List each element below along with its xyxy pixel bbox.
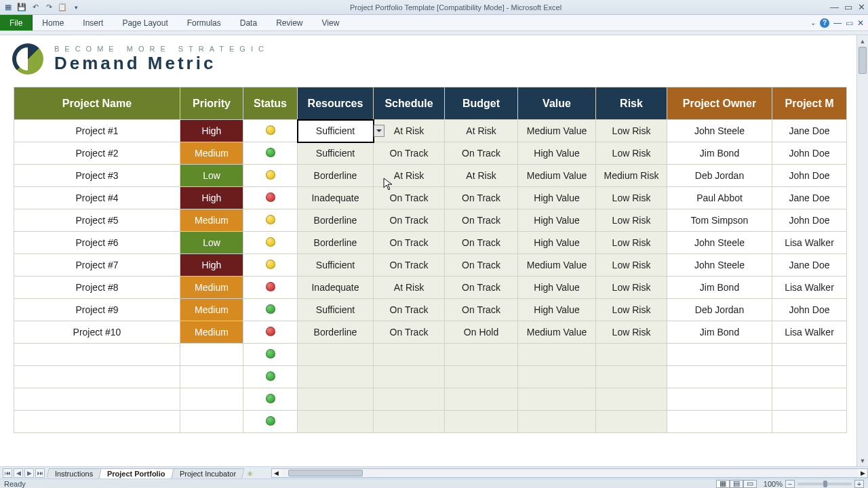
- cell-schedule[interactable]: On Track: [374, 254, 445, 277]
- cell-priority[interactable]: Medium: [180, 142, 243, 165]
- cell-risk[interactable]: Low Risk: [596, 120, 667, 142]
- cell-resources[interactable]: Sufficient: [298, 142, 374, 165]
- cell-status[interactable]: [243, 232, 298, 254]
- scroll-track[interactable]: [857, 47, 868, 455]
- cell-owner[interactable]: John Steele: [667, 120, 772, 142]
- cell-budget[interactable]: On Track: [445, 142, 518, 165]
- cell-risk[interactable]: Medium Risk: [596, 165, 667, 187]
- cell-project-name[interactable]: Project #6: [14, 232, 180, 254]
- new-sheet-icon[interactable]: ✳: [243, 470, 258, 479]
- cell-resources[interactable]: Borderline: [298, 209, 374, 232]
- cell-status[interactable]: [243, 411, 298, 433]
- cell-risk[interactable]: Low Risk: [596, 142, 667, 165]
- cell-empty[interactable]: [772, 366, 847, 388]
- cell-schedule[interactable]: On Track: [374, 299, 445, 321]
- zoom-slider[interactable]: [797, 483, 852, 485]
- cell-manager[interactable]: John Doe: [772, 142, 847, 165]
- minimize-icon[interactable]: —: [830, 2, 839, 12]
- cell-owner[interactable]: Paul Abbot: [667, 187, 772, 209]
- window-restore-icon[interactable]: ▭: [846, 18, 853, 28]
- qat-more-icon[interactable]: ▾: [71, 2, 81, 13]
- window-close-icon[interactable]: ✕: [857, 18, 864, 28]
- col-header-resources[interactable]: Resources: [298, 87, 374, 120]
- cell-risk[interactable]: Low Risk: [596, 232, 667, 254]
- cell-schedule[interactable]: On Track: [374, 142, 445, 165]
- cell-empty[interactable]: [667, 344, 772, 366]
- cell-project-name[interactable]: Project #3: [14, 165, 180, 187]
- cell-priority[interactable]: Medium: [180, 321, 243, 344]
- cell-schedule[interactable]: On Track: [374, 187, 445, 209]
- cell-empty[interactable]: [374, 366, 445, 388]
- save-icon[interactable]: 💾: [16, 2, 27, 13]
- cell-status[interactable]: [243, 142, 298, 165]
- cell-risk[interactable]: Low Risk: [596, 187, 667, 209]
- scroll-down-icon[interactable]: ▼: [857, 455, 868, 466]
- cell-budget[interactable]: On Track: [445, 299, 518, 321]
- hscroll-right-icon[interactable]: ▶: [857, 468, 868, 478]
- cell-empty[interactable]: [374, 388, 445, 411]
- cell-empty[interactable]: [772, 344, 847, 366]
- cell-value[interactable]: High Value: [518, 142, 596, 165]
- cell-resources[interactable]: Sufficient: [298, 120, 374, 142]
- paste-icon[interactable]: 📋: [57, 2, 68, 13]
- cell-value[interactable]: High Value: [518, 209, 596, 232]
- hscroll-left-icon[interactable]: ◀: [271, 468, 282, 478]
- cell-manager[interactable]: John Doe: [772, 165, 847, 187]
- cell-status[interactable]: [243, 209, 298, 232]
- cell-priority[interactable]: Medium: [180, 277, 243, 299]
- cell-priority[interactable]: High: [180, 254, 243, 277]
- close-icon[interactable]: ✕: [858, 2, 865, 12]
- cell-empty[interactable]: [298, 344, 374, 366]
- cell-status[interactable]: [243, 165, 298, 187]
- cell-risk[interactable]: Low Risk: [596, 277, 667, 299]
- cell-empty[interactable]: [667, 388, 772, 411]
- zoom-level[interactable]: 100%: [764, 480, 783, 488]
- cell-empty[interactable]: [667, 411, 772, 433]
- cell-owner[interactable]: Jim Bond: [667, 142, 772, 165]
- cell-owner[interactable]: Jim Bond: [667, 321, 772, 344]
- cell-empty[interactable]: [518, 411, 596, 433]
- cell-manager[interactable]: Jane Doe: [772, 120, 847, 142]
- cell-manager[interactable]: John Doe: [772, 209, 847, 232]
- cell-owner[interactable]: Deb Jordan: [667, 299, 772, 321]
- ribbon-tab-formulas[interactable]: Formulas: [178, 15, 231, 30]
- cell-empty[interactable]: [445, 388, 518, 411]
- cell-risk[interactable]: Low Risk: [596, 321, 667, 344]
- cell-empty[interactable]: [14, 344, 180, 366]
- sheet-tab-incubator[interactable]: Project Incubator: [171, 468, 244, 479]
- cell-schedule[interactable]: At Risk: [374, 165, 445, 187]
- hscroll-track[interactable]: [281, 468, 858, 478]
- cell-empty[interactable]: [14, 411, 180, 433]
- cell-empty[interactable]: [180, 388, 243, 411]
- cell-value[interactable]: Medium Value: [518, 254, 596, 277]
- view-page-break-icon[interactable]: ▭: [743, 480, 757, 488]
- cell-owner[interactable]: John Steele: [667, 232, 772, 254]
- cell-empty[interactable]: [445, 366, 518, 388]
- cell-status[interactable]: [243, 299, 298, 321]
- window-min-icon[interactable]: —: [833, 18, 842, 28]
- cell-status[interactable]: [243, 388, 298, 411]
- sheet-nav-next-icon[interactable]: ▶: [24, 468, 34, 478]
- cell-budget[interactable]: On Track: [445, 277, 518, 299]
- cell-resources[interactable]: Sufficient: [298, 254, 374, 277]
- cell-value[interactable]: Medium Value: [518, 321, 596, 344]
- ribbon-tab-review[interactable]: Review: [267, 15, 312, 30]
- cell-risk[interactable]: Low Risk: [596, 254, 667, 277]
- col-header-mgr[interactable]: Project M: [772, 87, 847, 120]
- sheet-tab-instructions[interactable]: Instructions: [46, 468, 101, 479]
- cell-empty[interactable]: [298, 411, 374, 433]
- cell-resources[interactable]: Inadequate: [298, 277, 374, 299]
- cell-budget[interactable]: On Hold: [445, 321, 518, 344]
- cell-budget[interactable]: On Track: [445, 254, 518, 277]
- sheet-nav-prev-icon[interactable]: ◀: [14, 468, 23, 478]
- undo-icon[interactable]: ↶: [30, 2, 41, 13]
- cell-manager[interactable]: Jane Doe: [772, 187, 847, 209]
- cell-resources[interactable]: Borderline: [298, 321, 374, 344]
- cell-schedule[interactable]: On Track: [374, 232, 445, 254]
- cell-empty[interactable]: [180, 411, 243, 433]
- cell-priority[interactable]: Medium: [180, 209, 243, 232]
- horizontal-scrollbar[interactable]: ◀ ▶: [271, 467, 868, 479]
- cell-empty[interactable]: [180, 344, 243, 366]
- cell-empty[interactable]: [374, 411, 445, 433]
- file-tab[interactable]: File: [0, 15, 33, 30]
